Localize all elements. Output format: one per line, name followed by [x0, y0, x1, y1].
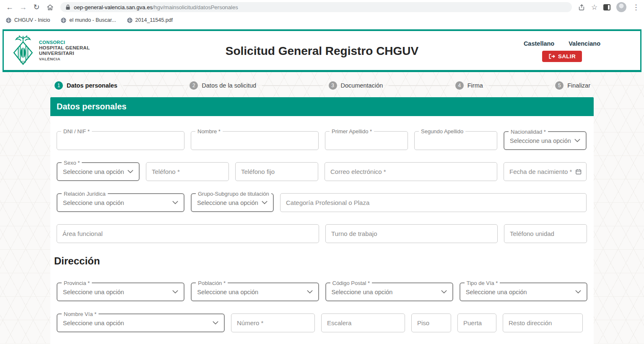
step-number: 2 [190, 81, 198, 90]
browser-chrome: ← → ↻ oep-general-valencia.san.gva.es/hg… [0, 0, 644, 26]
nacionalidad-value: Seleccione una opción [510, 137, 571, 144]
step-number: 5 [555, 81, 564, 90]
tipo-via-value: Seleccione una opción [466, 289, 527, 295]
url-host: oep-general-valencia.san.gva.es [74, 4, 153, 10]
chevron-down-icon [307, 290, 313, 294]
logo-line-hospital: HOSPITAL GENERAL [39, 45, 90, 51]
step-documentacion[interactable]: 3 Documentación [329, 81, 383, 90]
stepper: 1 Datos personales 2 Datos de la solicit… [0, 72, 644, 90]
sexo-label: Sexo * [62, 160, 82, 166]
dni-label: DNI / NIF * [61, 128, 92, 135]
back-icon[interactable]: ← [4, 2, 15, 13]
url-bar[interactable]: oep-general-valencia.san.gva.es/hgv/main… [60, 2, 572, 12]
form-row-1: DNI / NIF * Nombre * Primer Apellido * S… [57, 131, 587, 150]
telefono-unidad-field [504, 224, 587, 243]
telefono-unidad-input[interactable] [504, 225, 587, 243]
section-header: Datos personales [50, 97, 594, 116]
logout-icon [548, 54, 555, 59]
step-datos-personales[interactable]: 1 Datos personales [55, 81, 117, 90]
svg-text:ARS: ARS [20, 60, 26, 63]
chevron-down-icon [574, 139, 580, 142]
nombre-label: Nombre * [195, 128, 223, 135]
form-row-5: Provincia * Seleccione una opción Poblac… [57, 282, 587, 301]
resto-direccion-input[interactable] [503, 314, 582, 332]
telefono-input[interactable] [146, 163, 229, 181]
step-finalizar[interactable]: 5 Finalizar [555, 81, 590, 90]
logo-text: CONSORCI HOSPITAL GENERAL UNIVERSITARI V… [39, 40, 90, 61]
reload-icon[interactable]: ↻ [31, 2, 42, 13]
bookmark-chguv[interactable]: CHGUV - Inicio [6, 17, 50, 23]
direccion-heading: Dirección [54, 255, 587, 267]
relacion-juridica-value: Seleccione una opción [63, 199, 124, 206]
escalera-input[interactable] [322, 314, 405, 332]
relacion-juridica-label: Relación Jurídica [62, 191, 108, 197]
step-firma[interactable]: 4 Firma [455, 81, 483, 90]
puerta-field [457, 313, 496, 332]
lang-castellano-link[interactable]: Castellano [524, 40, 554, 47]
puerta-input[interactable] [458, 314, 496, 332]
form-card: Datos personales DNI / NIF * Nombre * Pr… [50, 97, 594, 345]
chguv-emblem-icon: ARS [12, 35, 34, 67]
side-panel-icon[interactable] [603, 4, 610, 10]
turno-input[interactable] [326, 225, 497, 243]
globe-icon [61, 18, 66, 23]
calendar-icon[interactable] [575, 168, 582, 175]
form-row-6: Nombre Vía * Seleccione una opción [57, 313, 587, 332]
form-row-3: Relación Jurídica Seleccione una opción … [57, 193, 587, 212]
fecha-nacimiento-field [504, 162, 587, 181]
forward-icon[interactable]: → [18, 2, 29, 13]
resto-direccion-field [503, 313, 583, 332]
step-label: Documentación [341, 82, 383, 89]
step-number: 4 [455, 81, 464, 90]
language-switcher: Castellano Valenciano [524, 40, 600, 47]
globe-icon [127, 18, 132, 23]
nombre-via-select[interactable]: Nombre Vía * Seleccione una opción [57, 313, 225, 332]
share-icon[interactable] [578, 3, 585, 11]
numero-input[interactable] [231, 314, 314, 332]
primer-apellido-label: Primer Apellido * [330, 128, 374, 135]
codigo-postal-select[interactable]: Código Postal * Seleccione una opción [325, 282, 453, 301]
lock-icon [65, 4, 70, 10]
provincia-value: Seleccione una opción [63, 289, 124, 295]
categoria-field [280, 193, 587, 212]
telefono-fijo-input[interactable] [236, 163, 318, 181]
step-connector [389, 85, 449, 86]
sexo-value: Seleccione una opción [63, 168, 124, 175]
bookmark-elmundo[interactable]: el mundo - Buscar... [61, 17, 116, 23]
provincia-select[interactable]: Provincia * Seleccione una opción [57, 282, 184, 301]
correo-input[interactable] [325, 163, 497, 181]
tipo-via-select[interactable]: Tipo de Vía * Seleccione una opción [460, 282, 587, 301]
grupo-subgrupo-value: Seleccione una opción [197, 199, 258, 206]
step-label: Datos personales [67, 82, 117, 89]
salir-button[interactable]: SALIR [542, 51, 582, 62]
home-icon[interactable] [44, 2, 55, 13]
bookmark-pdf[interactable]: 2014_11545.pdf [127, 17, 173, 23]
nacionalidad-select[interactable]: Nacionalidad * Seleccione una opción [504, 131, 587, 150]
nacionalidad-label: Nacionalidad * [509, 129, 548, 135]
relacion-juridica-select[interactable]: Relación Jurídica Seleccione una opción [57, 193, 184, 212]
step-datos-solicitud[interactable]: 2 Datos de la solicitud [190, 81, 256, 90]
poblacion-select[interactable]: Población * Seleccione una opción [191, 282, 319, 301]
chevron-down-icon [441, 290, 447, 294]
grupo-subgrupo-select[interactable]: Grupo-Subgrupo de titulación Seleccione … [191, 193, 274, 212]
fecha-nacimiento-input[interactable] [504, 163, 575, 181]
home-icon [47, 4, 54, 11]
menu-kebab-icon[interactable]: ⋮ [632, 3, 639, 12]
piso-input[interactable] [412, 314, 451, 332]
profile-avatar[interactable] [616, 2, 626, 12]
lang-valenciano-link[interactable]: Valenciano [569, 40, 600, 47]
sexo-select[interactable]: Sexo * Seleccione una opción [57, 162, 140, 181]
grupo-subgrupo-label: Grupo-Subgrupo de titulación [196, 191, 271, 197]
categoria-input[interactable] [280, 194, 586, 212]
step-label: Firma [467, 82, 483, 89]
bookmark-star-icon[interactable]: ☆ [591, 3, 597, 12]
globe-icon [6, 18, 11, 23]
tipo-via-label: Tipo de Vía * [465, 280, 500, 287]
step-label: Finalizar [567, 82, 590, 89]
chevron-down-icon [213, 321, 218, 325]
chevron-down-icon [262, 201, 267, 205]
salir-label: SALIR [558, 53, 576, 60]
codigo-postal-label: Código Postal * [330, 280, 372, 287]
area-funcional-input[interactable] [57, 225, 319, 243]
toolbar-right: ☆ ⋮ [578, 2, 639, 12]
